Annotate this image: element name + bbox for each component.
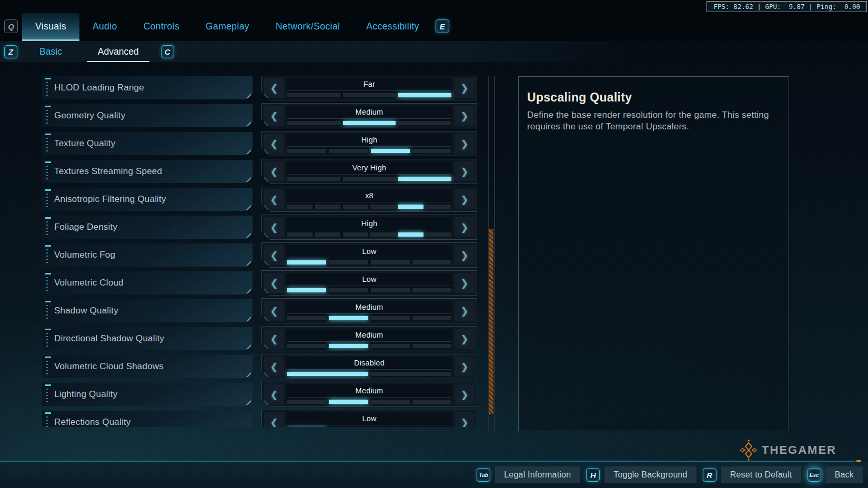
track-segment-active[interactable] — [343, 121, 396, 125]
reset-to-default-button[interactable]: Reset to Default — [721, 466, 801, 483]
track-segment-active[interactable] — [287, 260, 326, 265]
setting-track[interactable] — [287, 202, 451, 209]
subtab-advanced[interactable]: Advanced — [87, 41, 149, 62]
track-segment[interactable] — [315, 232, 340, 237]
setting-track[interactable] — [287, 90, 451, 97]
back-button[interactable]: Back — [826, 466, 863, 483]
track-segment-active[interactable] — [398, 177, 451, 181]
track-segment[interactable] — [412, 344, 451, 348]
setting-track[interactable] — [287, 341, 451, 348]
increase-arrow-button[interactable]: ❯ — [455, 412, 475, 427]
increase-arrow-button[interactable]: ❯ — [455, 357, 475, 377]
track-segment-active[interactable] — [329, 400, 368, 404]
increase-arrow-button[interactable]: ❯ — [455, 161, 475, 181]
track-segment[interactable] — [315, 205, 340, 209]
setting-track[interactable] — [287, 286, 451, 292]
track-segment[interactable] — [371, 288, 410, 292]
track-segment[interactable] — [343, 177, 396, 181]
setting-row[interactable]: Shadow Quality ❮ Medium ❯ — [42, 299, 477, 322]
scrollbar-thumb[interactable] — [489, 229, 493, 414]
track-segment[interactable] — [329, 149, 368, 153]
increase-arrow-button[interactable]: ❯ — [455, 301, 475, 321]
track-segment[interactable] — [329, 260, 368, 265]
tab-gameplay[interactable]: Gameplay — [193, 13, 263, 39]
increase-arrow-button[interactable]: ❯ — [455, 329, 475, 349]
setting-row[interactable]: Foliage Density ❮ High ❯ — [42, 216, 477, 239]
track-segment[interactable] — [412, 400, 451, 404]
increase-arrow-button[interactable]: ❯ — [455, 78, 475, 98]
setting-row[interactable]: Volumetric Cloud Shadows ❮ Disabled ❯ — [42, 355, 477, 378]
setting-track[interactable] — [287, 397, 451, 404]
track-segment[interactable] — [412, 149, 451, 153]
setting-row[interactable]: Geometry Quality ❮ Medium ❯ — [42, 104, 477, 127]
track-segment[interactable] — [287, 149, 326, 153]
track-segment[interactable] — [287, 316, 326, 320]
setting-row[interactable]: Directional Shadow Quality ❮ Medium ❯ — [42, 327, 477, 350]
track-segment-active[interactable] — [329, 344, 368, 348]
track-segment[interactable] — [370, 205, 396, 209]
setting-track[interactable] — [287, 369, 451, 376]
setting-row[interactable]: Lighting Quality ❮ Medium ❯ — [42, 383, 477, 406]
setting-row[interactable]: Texture Quality ❮ High ❯ — [42, 132, 477, 155]
track-segment-active[interactable] — [398, 93, 451, 97]
track-segment[interactable] — [329, 288, 368, 292]
setting-row[interactable]: Volumetric Cloud ❮ Low ❯ — [42, 271, 477, 294]
decrease-arrow-button[interactable]: ❮ — [264, 412, 284, 427]
track-segment-active[interactable] — [371, 149, 410, 153]
increase-arrow-button[interactable]: ❯ — [455, 134, 475, 154]
track-segment[interactable] — [287, 344, 326, 348]
track-segment[interactable] — [426, 205, 451, 209]
track-segment[interactable] — [370, 232, 396, 237]
tab-audio[interactable]: Audio — [79, 13, 130, 39]
track-segment[interactable] — [412, 260, 451, 265]
track-segment[interactable] — [287, 93, 340, 97]
toggle-background-button[interactable]: Toggle Background — [604, 466, 696, 483]
setting-track[interactable] — [287, 118, 451, 125]
setting-row[interactable]: Volumetric Fog ❮ Low ❯ — [42, 243, 477, 267]
track-segment[interactable] — [371, 344, 410, 348]
tab-accessibility[interactable]: Accessibility — [353, 13, 432, 39]
increase-arrow-button[interactable]: ❯ — [455, 245, 475, 265]
track-segment-active[interactable] — [287, 372, 368, 376]
track-segment[interactable] — [287, 177, 340, 181]
increase-arrow-button[interactable]: ❯ — [455, 217, 475, 237]
track-segment[interactable] — [287, 232, 312, 237]
tab-network-social[interactable]: Network/Social — [263, 13, 353, 39]
increase-arrow-button[interactable]: ❯ — [455, 384, 475, 404]
track-segment[interactable] — [412, 288, 451, 292]
track-segment[interactable] — [412, 316, 451, 320]
setting-row[interactable]: HLOD Loading Range ❮ Far ❯ — [42, 76, 477, 99]
setting-track[interactable] — [287, 146, 451, 153]
increase-arrow-button[interactable]: ❯ — [455, 189, 475, 209]
track-segment[interactable] — [398, 121, 451, 125]
subtab-basic[interactable]: Basic — [29, 41, 73, 62]
setting-track[interactable] — [287, 174, 451, 181]
track-segment[interactable] — [371, 316, 410, 320]
setting-row[interactable]: Anisotropic Filtering Quality ❮ x8 ❯ — [42, 188, 477, 211]
tab-controls[interactable]: Controls — [130, 13, 193, 39]
increase-arrow-button[interactable]: ❯ — [455, 273, 475, 293]
track-segment-active[interactable] — [287, 288, 326, 292]
track-segment[interactable] — [287, 121, 340, 125]
setting-track[interactable] — [287, 425, 451, 427]
increase-arrow-button[interactable]: ❯ — [455, 106, 475, 126]
track-segment[interactable] — [371, 260, 410, 265]
track-segment-active[interactable] — [398, 205, 423, 209]
setting-row[interactable]: Reflections Quality ❮ Low ❯ — [42, 411, 477, 427]
setting-track[interactable] — [287, 258, 451, 265]
track-segment[interactable] — [343, 93, 396, 97]
track-segment[interactable] — [371, 372, 452, 376]
track-segment[interactable] — [287, 205, 312, 209]
track-segment-active[interactable] — [329, 316, 368, 320]
track-segment-active[interactable] — [398, 232, 423, 237]
track-segment[interactable] — [371, 400, 410, 404]
track-segment[interactable] — [287, 400, 326, 404]
track-segment[interactable] — [343, 205, 368, 209]
tab-visuals[interactable]: Visuals — [22, 13, 79, 39]
legal-information-button[interactable]: Legal Information — [495, 466, 580, 483]
setting-row[interactable]: Textures Streaming Speed ❮ Very High ❯ — [42, 160, 477, 183]
setting-track[interactable] — [287, 313, 451, 320]
track-segment[interactable] — [426, 232, 451, 237]
track-segment[interactable] — [343, 232, 368, 237]
setting-track[interactable] — [287, 230, 451, 237]
